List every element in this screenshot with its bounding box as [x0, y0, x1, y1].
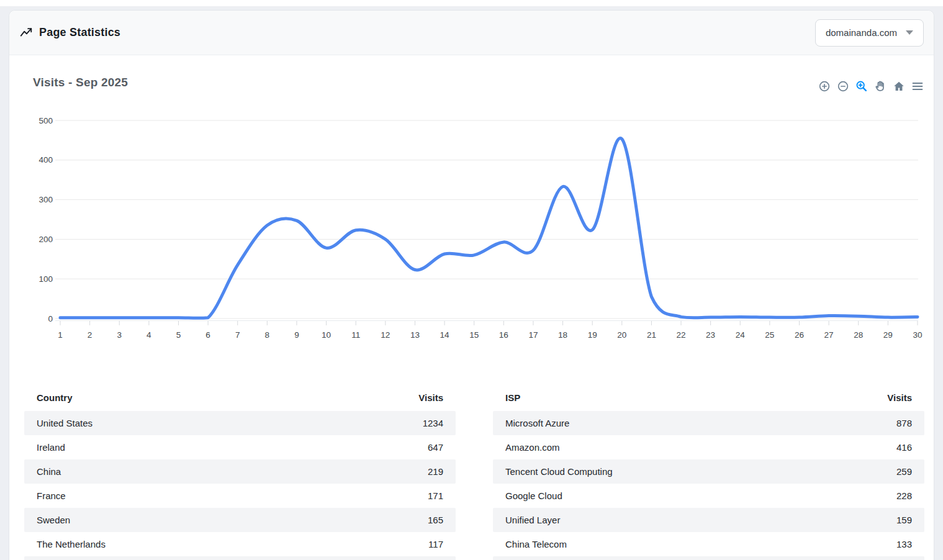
x-axis-label: 23 [706, 330, 715, 340]
x-axis-label: 6 [205, 330, 210, 340]
y-axis-label: 400 [38, 155, 53, 165]
visits-column-header: Visits [418, 392, 443, 403]
table-row-partial [24, 556, 456, 560]
table-row: Amazon.com416 [493, 435, 924, 459]
row-label: Tencent Cloud Computing [505, 466, 613, 477]
row-visits-value: 159 [896, 515, 912, 525]
table-row: Google Cloud228 [493, 484, 924, 508]
x-axis-label: 15 [469, 330, 479, 340]
row-label: Google Cloud [505, 490, 562, 501]
x-axis-label: 29 [883, 330, 893, 340]
x-axis-label: 25 [765, 330, 774, 340]
country-table: Country Visits United States1234Ireland6… [24, 384, 456, 560]
line-series-visits [60, 138, 918, 318]
row-visits-value: 117 [428, 539, 443, 549]
row-visits-value: 228 [896, 490, 912, 501]
x-axis-label: 18 [558, 330, 567, 340]
table-row: Tencent Cloud Computing259 [493, 459, 924, 484]
x-axis-label: 12 [381, 330, 390, 340]
row-label: France [37, 490, 66, 501]
stats-tables: Country Visits United States1234Ireland6… [24, 384, 924, 560]
row-label: China [37, 466, 61, 477]
table-row: Ireland647 [24, 435, 456, 459]
table-row: Sweden165 [24, 508, 456, 532]
row-visits-value: 219 [428, 466, 443, 477]
x-axis-label: 11 [351, 330, 360, 340]
row-label: The Netherlands [37, 539, 106, 549]
row-visits-value: 416 [896, 442, 912, 453]
row-label: Ireland [37, 442, 65, 453]
table-row-partial [493, 556, 924, 560]
visits-column-header: Visits [887, 392, 912, 403]
table-row: France171 [24, 484, 456, 508]
page-statistics-card: Page Statistics domainanda.com Visits - … [9, 10, 934, 560]
table-row: Microsoft Azure878 [493, 411, 924, 435]
table-row: The Netherlands117 [24, 532, 456, 556]
x-axis-label: 22 [677, 330, 686, 340]
country-table-header: Country Visits [24, 384, 456, 411]
row-label: Amazon.com [505, 442, 560, 453]
x-axis-label: 20 [617, 330, 626, 340]
table-row: United States1234 [24, 411, 456, 435]
x-axis-label: 8 [265, 330, 270, 340]
row-visits-value: 878 [896, 418, 912, 428]
country-table-body: United States1234Ireland647China219Franc… [24, 411, 456, 560]
x-axis-label: 1 [58, 330, 63, 340]
x-axis-label: 19 [588, 330, 597, 340]
table-row: China219 [24, 459, 456, 484]
row-label: Sweden [37, 515, 70, 525]
table-row: Unified Layer159 [493, 508, 924, 532]
y-axis-label: 100 [38, 274, 53, 284]
table-row: China Telecom133 [493, 532, 924, 556]
x-axis-label: 28 [854, 330, 863, 340]
x-axis-label: 10 [322, 330, 331, 340]
row-label: Unified Layer [505, 515, 560, 525]
x-axis-label: 5 [176, 330, 181, 340]
row-label: Microsoft Azure [505, 418, 569, 428]
country-column-header: Country [37, 392, 73, 403]
x-axis-label: 3 [117, 330, 122, 340]
x-axis-label: 7 [235, 330, 240, 340]
x-axis-label: 24 [736, 330, 746, 340]
row-visits-value: 133 [896, 539, 912, 549]
row-label: United States [37, 418, 92, 428]
row-visits-value: 1234 [423, 418, 443, 428]
x-axis-label: 21 [647, 330, 656, 340]
top-strip [0, 0, 943, 6]
y-axis-label: 300 [38, 195, 53, 204]
isp-column-header: ISP [505, 392, 520, 403]
visits-line-chart[interactable]: 0100200300400500123456789101112131415161… [9, 11, 935, 358]
y-axis-label: 200 [38, 235, 53, 244]
x-axis-label: 27 [824, 330, 834, 340]
row-visits-value: 647 [428, 442, 443, 453]
y-axis-label: 500 [38, 116, 53, 125]
x-axis-label: 30 [913, 330, 922, 340]
row-visits-value: 165 [428, 515, 443, 525]
x-axis-label: 2 [88, 330, 92, 340]
isp-table: ISP Visits Microsoft Azure878Amazon.com4… [493, 384, 924, 560]
row-visits-value: 259 [896, 466, 912, 477]
y-axis-label: 0 [48, 314, 53, 323]
x-axis-label: 26 [795, 330, 804, 340]
x-axis-label: 14 [440, 330, 450, 340]
isp-table-body: Microsoft Azure878Amazon.com416Tencent C… [493, 411, 924, 560]
x-axis-label: 9 [294, 330, 299, 340]
x-axis-label: 16 [499, 330, 508, 340]
isp-table-header: ISP Visits [493, 384, 924, 411]
x-axis-label: 13 [410, 330, 420, 340]
row-visits-value: 171 [428, 490, 443, 501]
x-axis-label: 4 [147, 330, 151, 340]
row-label: China Telecom [505, 539, 567, 549]
x-axis-label: 17 [528, 330, 538, 340]
